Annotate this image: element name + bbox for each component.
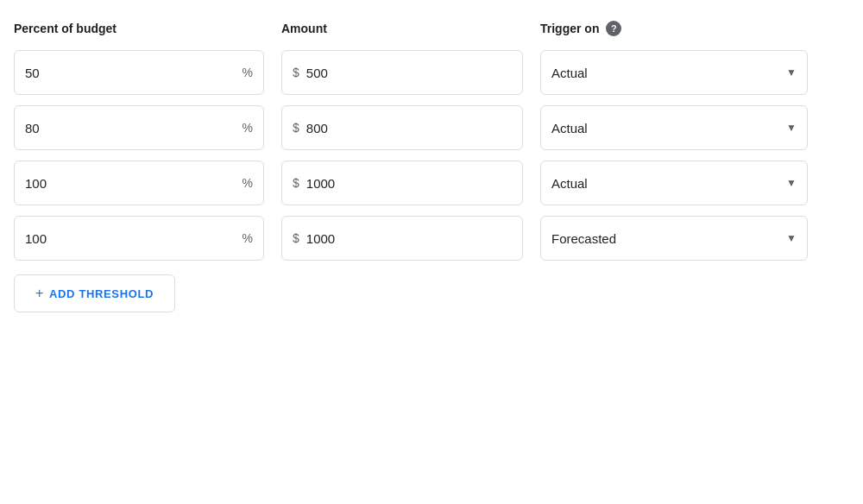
trigger-label: Trigger on [540,22,599,35]
help-icon[interactable]: ? [606,21,621,36]
percent-field-wrap-3: % [14,216,281,261]
trigger-select-container-0: ActualForecasted ▼ [540,50,808,95]
dollar-symbol-1: $ [293,121,299,135]
trigger-select-2[interactable]: ActualForecasted [551,176,786,191]
trigger-column-header: Trigger on ? [540,21,621,36]
percent-field-wrap-1: % [14,105,281,150]
amount-input-0[interactable] [306,66,512,80]
trigger-field-wrap-3: ActualForecasted ▼ [540,216,808,261]
amount-field-wrap-1: $ [281,105,540,150]
amount-field-wrap-0: $ [281,50,540,95]
dropdown-arrow-icon-2: ▼ [786,177,797,189]
table-row: % $ ActualForecasted ▼ [14,161,849,205]
percent-symbol-1: % [243,121,253,135]
amount-column-header: Amount [281,22,540,35]
table-row: % $ ActualForecasted ▼ [14,50,849,95]
table-row: % $ ActualForecasted ▼ [14,105,849,150]
trigger-select-0[interactable]: ActualForecasted [551,66,786,80]
percent-input-3[interactable] [25,231,236,246]
trigger-select-container-1: ActualForecasted ▼ [540,105,808,150]
amount-input-container-0: $ [281,50,523,95]
percent-symbol-0: % [243,66,253,79]
amount-field-wrap-3: $ [281,216,540,261]
trigger-select-3[interactable]: ActualForecasted [551,231,786,246]
percent-input-container-2: % [14,161,264,205]
amount-input-1[interactable] [306,121,512,135]
trigger-field-wrap-1: ActualForecasted ▼ [540,105,808,150]
dropdown-arrow-icon-0: ▼ [786,66,797,79]
percent-input-0[interactable] [25,66,236,80]
percent-symbol-2: % [243,176,253,190]
add-threshold-button[interactable]: + ADD THRESHOLD [14,274,175,312]
percent-input-container-3: % [14,216,264,261]
trigger-select-container-2: ActualForecasted ▼ [540,161,808,205]
percent-input-container-1: % [14,105,264,150]
percent-field-wrap-0: % [14,50,281,95]
dropdown-arrow-icon-1: ▼ [786,122,797,134]
threshold-table: Percent of budget Amount Trigger on ? % … [14,21,849,312]
percent-column-header: Percent of budget [14,22,281,35]
table-row: % $ ActualForecasted ▼ [14,216,849,261]
add-threshold-label: ADD THRESHOLD [49,287,154,300]
percent-input-container-0: % [14,50,264,95]
trigger-select-1[interactable]: ActualForecasted [551,121,786,135]
amount-input-container-2: $ [281,161,523,205]
trigger-field-wrap-0: ActualForecasted ▼ [540,50,808,95]
dollar-symbol-3: $ [293,231,299,245]
table-header: Percent of budget Amount Trigger on ? [14,21,849,36]
dropdown-arrow-icon-3: ▼ [786,232,797,244]
plus-icon: + [35,286,44,301]
amount-input-2[interactable] [306,176,512,191]
percent-field-wrap-2: % [14,161,281,205]
dollar-symbol-0: $ [293,66,299,79]
trigger-field-wrap-2: ActualForecasted ▼ [540,161,808,205]
percent-input-2[interactable] [25,176,236,191]
amount-input-container-3: $ [281,216,523,261]
percent-input-1[interactable] [25,121,236,135]
amount-input-3[interactable] [306,231,512,246]
amount-input-container-1: $ [281,105,523,150]
threshold-rows: % $ ActualForecasted ▼ [14,50,849,261]
dollar-symbol-2: $ [293,176,299,190]
trigger-select-container-3: ActualForecasted ▼ [540,216,808,261]
percent-symbol-3: % [243,231,253,245]
amount-field-wrap-2: $ [281,161,540,205]
